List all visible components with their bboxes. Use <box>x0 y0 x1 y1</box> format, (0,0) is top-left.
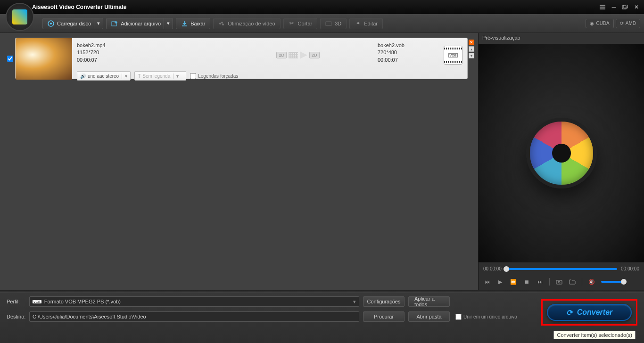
browse-button[interactable]: Procurar <box>363 311 405 322</box>
toolbar: Carregar disco ▾ Adicionar arquivo ▾ Bai… <box>0 14 644 33</box>
svg-rect-1 <box>624 5 627 8</box>
settings-button[interactable]: Configurações <box>363 296 405 307</box>
dest-filename: bokeh2.vob <box>378 42 434 49</box>
3d-button[interactable]: 3D <box>320 18 347 29</box>
audio-track-select[interactable]: 🔊 und aac stereo ▾ <box>77 71 131 81</box>
nvidia-icon: ◉ <box>590 21 594 26</box>
add-file-button[interactable]: Adicionar arquivo ▾ <box>106 18 173 29</box>
amd-badge[interactable]: ⟳ AMD <box>616 19 640 28</box>
svg-point-3 <box>50 23 52 24</box>
file-list: bokeh2.mp4 1152*720 00:00:07 2D 2D bokeh… <box>0 33 478 291</box>
download-label: Baixar <box>190 21 205 26</box>
3d-icon <box>325 20 332 27</box>
file-checkbox[interactable] <box>5 38 15 79</box>
chevron-down-icon[interactable]: ▾ <box>94 18 103 29</box>
chevron-down-icon: ▾ <box>173 74 179 79</box>
preview-panel: Pré-visualização 00:00:00 00:00:00 ⏮ ▶ ⏩… <box>478 33 644 291</box>
convert-highlight: ⟳ Converter <box>541 299 637 326</box>
prev-button[interactable]: ⏮ <box>483 278 491 286</box>
subtitle-select[interactable]: T Sem legenda ▾ <box>134 71 186 81</box>
titlebar: Aiseesoft Video Converter Ultimate ─ ✕ <box>0 0 644 14</box>
source-duration: 00:00:07 <box>77 57 218 64</box>
edit-button[interactable]: ✦ Editar <box>349 18 383 29</box>
cuda-badge[interactable]: ◉ CUDA <box>586 19 613 28</box>
conversion-arrow: 2D 2D <box>224 42 372 68</box>
cut-button[interactable]: ✂ Cortar <box>283 18 318 29</box>
3d-label: 3D <box>335 21 341 26</box>
forced-subtitles-checkbox[interactable]: Legendas forçadas <box>190 73 238 79</box>
time-total: 00:00:00 <box>621 266 639 271</box>
edit-label: Editar <box>364 21 378 26</box>
video-thumbnail[interactable] <box>16 38 72 80</box>
volume-slider[interactable] <box>601 281 625 283</box>
dest-resolution: 720*480 <box>378 49 434 56</box>
play-button[interactable]: ▶ <box>496 278 504 286</box>
convert-button[interactable]: ⟳ Converter <box>547 304 632 321</box>
optimize-icon <box>218 20 225 27</box>
stop-button[interactable]: ⏹ <box>523 278 530 286</box>
download-icon <box>181 20 188 27</box>
load-disc-button[interactable]: Carregar disco ▾ <box>42 18 103 29</box>
add-file-icon <box>111 20 118 27</box>
snapshot-button[interactable] <box>555 278 563 286</box>
scroll-down-button[interactable]: ▾ <box>469 53 474 58</box>
chevron-down-icon[interactable]: ▾ <box>164 18 173 29</box>
amd-icon: ⟳ <box>620 21 624 26</box>
minimize-icon[interactable]: ─ <box>610 4 618 10</box>
timeline-slider[interactable] <box>505 268 617 270</box>
svg-point-7 <box>222 24 224 25</box>
download-button[interactable]: Baixar <box>176 18 210 29</box>
source-resolution: 1152*720 <box>77 49 218 56</box>
apply-all-button[interactable]: Aplicar a todos <box>408 296 450 307</box>
cut-label: Cortar <box>298 21 313 26</box>
profile-select[interactable]: VOB Formato VOB MPEG2 PS (*.vob) ▾ <box>29 296 359 307</box>
disc-icon <box>48 20 54 27</box>
svg-rect-0 <box>622 6 626 9</box>
svg-point-5 <box>219 23 221 24</box>
dest-info: bokeh2.vob 720*480 00:00:07 <box>378 42 434 68</box>
fast-forward-button[interactable]: ⏩ <box>510 278 517 286</box>
svg-point-10 <box>558 281 560 283</box>
source-info: bokeh2.mp4 1152*720 00:00:07 <box>77 42 218 68</box>
profile-label: Perfil: <box>7 299 25 304</box>
chevron-down-icon: ▾ <box>353 299 356 305</box>
bottom-panel: Perfil: VOB Formato VOB MPEG2 PS (*.vob)… <box>0 291 644 343</box>
svg-rect-9 <box>556 280 562 284</box>
optimize-button[interactable]: Otimização de vídeo <box>213 18 280 29</box>
source-filename: bokeh2.mp4 <box>77 42 218 49</box>
add-file-label: Adicionar arquivo <box>121 21 161 26</box>
next-button[interactable]: ⏭ <box>536 278 544 286</box>
load-disc-label: Carregar disco <box>57 21 91 26</box>
convert-tooltip: Converter item(s) selecionado(s) <box>553 331 636 339</box>
folder-button[interactable] <box>569 278 576 286</box>
text-icon: T <box>138 74 140 79</box>
menu-icon[interactable] <box>599 4 606 10</box>
vob-icon: VOB <box>33 300 41 303</box>
remove-item-button[interactable]: ✕ <box>469 40 474 45</box>
maximize-icon[interactable] <box>621 4 629 10</box>
dest-duration: 00:00:07 <box>378 57 434 64</box>
chevron-down-icon: ▾ <box>122 74 127 79</box>
close-icon[interactable]: ✕ <box>633 4 640 10</box>
time-current: 00:00:00 <box>483 266 502 271</box>
svg-point-6 <box>221 22 223 24</box>
dest-field[interactable]: C:\Users\Julia\Documents\Aiseesoft Studi… <box>29 311 359 322</box>
merge-checkbox[interactable]: Unir em um único arquivo <box>455 314 517 320</box>
wand-icon: ✦ <box>355 20 361 27</box>
app-logo <box>6 3 34 31</box>
preview-video[interactable] <box>479 44 644 262</box>
scissors-icon: ✂ <box>289 20 295 27</box>
refresh-icon: ⟳ <box>566 308 572 317</box>
scroll-up-button[interactable]: ▴ <box>469 46 474 52</box>
aperture-logo <box>526 118 597 188</box>
preview-header: Pré-visualização <box>479 33 644 44</box>
open-folder-button[interactable]: Abrir pasta <box>408 311 450 322</box>
volume-icon[interactable]: 🔇 <box>588 278 595 286</box>
app-title: Aiseesoft Video Converter Ultimate <box>32 4 127 10</box>
speaker-icon: 🔊 <box>80 74 86 79</box>
optimize-label: Otimização de vídeo <box>228 21 275 26</box>
format-icon[interactable]: VOB <box>444 46 462 65</box>
file-item[interactable]: bokeh2.mp4 1152*720 00:00:07 2D 2D bokeh… <box>15 38 468 79</box>
dest-label: Destino: <box>7 314 25 319</box>
svg-rect-8 <box>325 22 332 25</box>
